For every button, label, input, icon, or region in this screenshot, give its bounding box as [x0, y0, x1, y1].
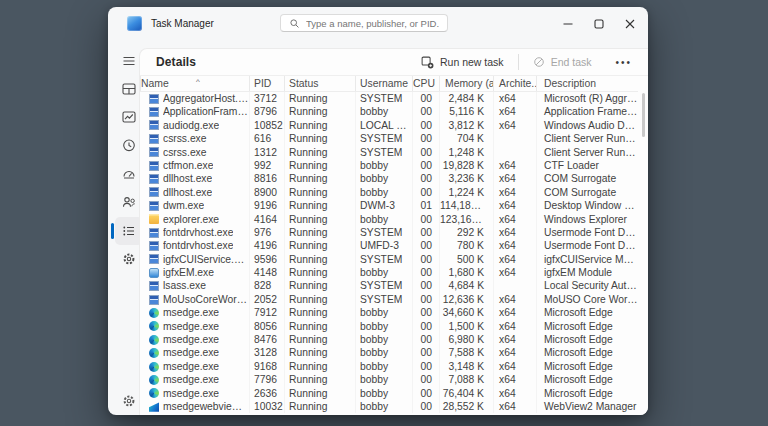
cell-status: Running	[284, 132, 355, 145]
table-row[interactable]: csrss.exe616RunningSYSTEM00704 KClient S…	[140, 132, 638, 145]
generic-process-icon	[149, 134, 159, 144]
table-row[interactable]: lsass.exe828RunningSYSTEM004,684 KLocal …	[140, 279, 638, 292]
cell-pid: 2052	[249, 293, 284, 306]
table-row[interactable]: msedge.exe2636Runningbobby0076,404 Kx64M…	[140, 387, 638, 400]
cell-pid: 8476	[249, 333, 284, 346]
table-row[interactable]: igfxCUIService.exe9596RunningSYSTEM00500…	[140, 253, 638, 266]
cell-desc: Microsoft Edge	[536, 360, 638, 373]
window-controls	[552, 7, 645, 40]
process-name: AggregatorHost.exe	[163, 92, 249, 105]
table-row[interactable]: msedge.exe7796Runningbobby007,088 Kx64Mi…	[140, 373, 638, 386]
process-name: igfxEM.exe	[163, 266, 214, 279]
table-row[interactable]: dllhost.exe8816Runningbobby003,236 Kx64C…	[140, 172, 638, 185]
table-row[interactable]: explorer.exe4164Runningbobby00123,168 Kx…	[140, 213, 638, 226]
cell-desc: Windows Audio Devic...	[536, 119, 638, 132]
search-input[interactable]	[306, 18, 439, 29]
process-name: igfxCUIService.exe	[163, 253, 249, 266]
cell-pid: 992	[249, 159, 284, 172]
process-name: dllhost.exe	[163, 186, 212, 199]
cell-arch: x64	[493, 239, 536, 252]
task-manager-app-icon	[127, 16, 142, 31]
generic-process-icon	[149, 94, 159, 104]
cell-user: bobby	[355, 360, 412, 373]
cell-pid: 8056	[249, 320, 284, 333]
table-row[interactable]: csrss.exe1312RunningSYSTEM001,248 KClien…	[140, 146, 638, 159]
table-row[interactable]: msedge.exe9168Runningbobby003,148 Kx64Mi…	[140, 360, 638, 373]
cell-desc: Microsoft Edge	[536, 320, 638, 333]
process-name: msedgewebview2.exe	[163, 400, 249, 413]
table-rows: AggregatorHost.exe3712RunningSYSTEM002,4…	[140, 92, 648, 415]
table-row[interactable]: ctfmon.exe992Runningbobby0019,828 Kx64CT…	[140, 159, 638, 172]
cell-mem: 5,116 K	[439, 105, 493, 118]
end-task-button[interactable]: End task	[527, 54, 598, 70]
cell-desc: Windows Explorer	[536, 213, 638, 226]
cell-cpu: 00	[412, 159, 439, 172]
generic-process-icon	[149, 254, 159, 264]
generic-process-icon	[149, 281, 159, 291]
close-button[interactable]	[614, 7, 645, 40]
column-header-pid[interactable]: PID	[249, 76, 284, 91]
cell-pid: 7912	[249, 306, 284, 319]
cell-arch	[493, 279, 536, 292]
cell-user: DWM-3	[355, 199, 412, 212]
generic-process-icon	[149, 174, 159, 184]
column-header-description[interactable]: Description	[536, 76, 638, 91]
table-row[interactable]: ApplicationFrameHo...8796Runningbobby005…	[140, 105, 638, 118]
cell-mem: 114,184 K	[439, 199, 493, 212]
services-cog-icon	[121, 251, 137, 267]
process-name: fontdrvhost.exe	[163, 239, 233, 252]
table-row[interactable]: msedge.exe8056Runningbobby001,500 Kx64Mi…	[140, 320, 638, 333]
table-row[interactable]: dllhost.exe8900Runningbobby001,224 Kx64C…	[140, 186, 638, 199]
table-row[interactable]: msedge.exe3128Runningbobby007,588 Kx64Mi…	[140, 346, 638, 359]
cell-user: SYSTEM	[355, 92, 412, 105]
table-row[interactable]: dwm.exe9196RunningDWM-301114,184 Kx64Des…	[140, 199, 638, 212]
table-row[interactable]: audiodg.exe10852RunningLOCAL SE...003,81…	[140, 119, 638, 132]
column-header-status[interactable]: Status	[284, 76, 355, 91]
table-row[interactable]: AggregatorHost.exe3712RunningSYSTEM002,4…	[140, 92, 638, 105]
cell-status: Running	[284, 306, 355, 319]
vertical-scrollbar-thumb[interactable]	[642, 93, 645, 137]
column-header-cpu[interactable]: CPU	[412, 76, 439, 91]
cell-user: bobby	[355, 266, 412, 279]
cell-cpu: 00	[412, 92, 439, 105]
maximize-button[interactable]	[583, 7, 614, 40]
cell-arch: x64	[493, 306, 536, 319]
app-history-icon	[121, 137, 137, 153]
table-row[interactable]: fontdrvhost.exe976RunningSYSTEM00292 Kx6…	[140, 226, 638, 239]
table-row[interactable]: MoUsoCoreWorker.e...2052RunningSYSTEM001…	[140, 293, 638, 306]
cell-status: Running	[284, 105, 355, 118]
column-header-name[interactable]: Name	[140, 76, 249, 91]
cell-arch: x64	[493, 186, 536, 199]
more-options-button[interactable]: •••	[611, 55, 636, 70]
run-new-task-button[interactable]: Run new task	[415, 54, 510, 71]
cell-user: SYSTEM	[355, 253, 412, 266]
column-header-username[interactable]: Username	[355, 76, 412, 91]
column-header-memory[interactable]: Memory (a...	[439, 76, 493, 91]
table-row[interactable]: igfxEM.exe4148Runningbobby001,680 Kx64ig…	[140, 266, 638, 279]
process-name: msedge.exe	[163, 360, 219, 373]
cell-arch: x64	[493, 159, 536, 172]
table-row[interactable]: msedge.exe7912Runningbobby0034,660 Kx64M…	[140, 306, 638, 319]
cell-status: Running	[284, 172, 355, 185]
table-row[interactable]: msedgewebview2.exe10032Runningbobby0028,…	[140, 400, 638, 413]
cell-mem: 7,588 K	[439, 346, 493, 359]
toolbar: Details Run new task End task •••	[140, 49, 648, 76]
cell-desc: Microsoft Edge	[536, 333, 638, 346]
cell-cpu: 00	[412, 387, 439, 400]
cell-mem: 780 K	[439, 239, 493, 252]
cell-desc: Desktop Window Man...	[536, 199, 638, 212]
cell-desc: igfxCUIService Module	[536, 253, 638, 266]
cell-status: Running	[284, 253, 355, 266]
cell-user: bobby	[355, 105, 412, 118]
table-row[interactable]: fontdrvhost.exe4196RunningUMFD-300780 Kx…	[140, 239, 638, 252]
cell-mem: 3,148 K	[439, 360, 493, 373]
run-new-task-label: Run new task	[440, 56, 504, 68]
window-title: Task Manager	[151, 7, 214, 40]
minimize-button[interactable]	[552, 7, 583, 40]
search-box[interactable]	[280, 14, 448, 32]
generic-process-icon	[149, 241, 159, 251]
cell-status: Running	[284, 279, 355, 292]
column-header-architecture[interactable]: Archite...	[493, 76, 536, 91]
cell-status: Running	[284, 346, 355, 359]
table-row[interactable]: msedge.exe8476Runningbobby006,980 Kx64Mi…	[140, 333, 638, 346]
